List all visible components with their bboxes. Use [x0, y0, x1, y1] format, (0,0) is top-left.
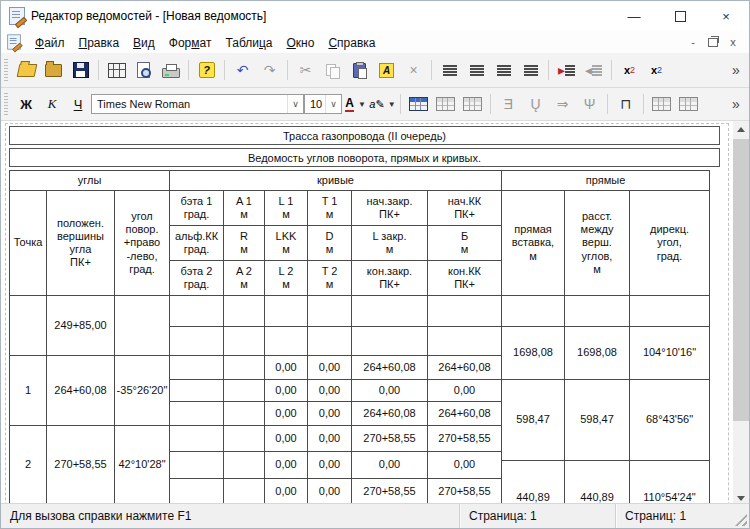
column-header[interactable]: кон.КК ПК+ [428, 261, 501, 295]
cell-curve[interactable]: 270+58,55 [428, 479, 501, 504]
cell-curve[interactable] [224, 356, 264, 379]
cell-curve[interactable] [308, 296, 351, 326]
cell-curve[interactable]: 0,00 [428, 380, 501, 401]
column-header[interactable]: угол повор. +право -лево, град. [115, 191, 169, 295]
cell-vertex[interactable]: 270+58,55 [47, 426, 114, 504]
vertical-scrollbar[interactable] [733, 121, 749, 506]
cell-straight-empty[interactable] [630, 296, 709, 326]
undo-button[interactable]: ↶ [229, 58, 256, 82]
close-button[interactable]: × [703, 1, 749, 31]
cell-straight-empty[interactable] [565, 296, 629, 326]
column-header[interactable]: Б м [428, 226, 501, 260]
document-icon[interactable] [7, 34, 21, 49]
outdent-button[interactable]: ◂ [580, 58, 607, 82]
maximize-button[interactable] [657, 1, 703, 31]
cell-curve[interactable] [170, 327, 223, 355]
column-header[interactable]: нач.закр. ПК+ [352, 191, 427, 225]
insert-table-button[interactable] [405, 92, 432, 116]
merge-cells-button[interactable]: Ǝ [495, 92, 522, 116]
column-header[interactable]: дирекц. угол, град. [630, 191, 709, 295]
paste-button[interactable] [346, 58, 373, 82]
cell-straight[interactable]: 440,89 [565, 461, 629, 506]
cell-curve[interactable] [265, 296, 307, 326]
column-header[interactable]: альф.КК град. [170, 226, 223, 260]
toolbar1-more-button[interactable]: » [727, 58, 745, 82]
cell-curve[interactable]: 0,00 [308, 356, 351, 379]
cell-curve[interactable]: 0,00 [265, 380, 307, 401]
column-header[interactable]: кон.закр. ПК+ [352, 261, 427, 295]
size-select-arrow-icon[interactable]: ∨ [325, 95, 341, 113]
document-area[interactable]: Трасса газопровода (II очередь) Ведомост… [1, 121, 735, 506]
cell-vertex[interactable]: 264+60,08 [47, 356, 114, 425]
cell-straight[interactable]: 1698,08 [565, 327, 629, 379]
toolbar2-more-button[interactable]: » [727, 92, 745, 116]
cell-curve[interactable] [170, 356, 223, 379]
align-left-button[interactable] [436, 58, 463, 82]
cell-curve[interactable] [352, 296, 427, 326]
cell-curve[interactable]: 0,00 [352, 380, 427, 401]
table-grid-button[interactable] [459, 92, 486, 116]
save-button[interactable] [67, 58, 94, 82]
cell-point[interactable]: 1 [10, 356, 46, 425]
cell-curve[interactable] [224, 327, 264, 355]
menu-item-1[interactable]: Файл [28, 34, 72, 52]
bold-button[interactable]: Ж [13, 93, 39, 115]
column-header[interactable]: прямая вставка, м [502, 191, 564, 295]
cell-curve[interactable]: 0,00 [428, 452, 501, 478]
delete-button[interactable]: × [400, 58, 427, 82]
scroll-up-button[interactable] [733, 121, 749, 137]
cell-curve[interactable]: 264+60,08 [428, 356, 501, 379]
menu-item-7[interactable]: Справка [321, 34, 382, 52]
cut-button[interactable]: ✂ [292, 58, 319, 82]
menu-item-2[interactable]: Правка [72, 34, 127, 52]
toolbar-grip[interactable] [4, 59, 8, 81]
menu-item-3[interactable]: Вид [126, 34, 162, 52]
cell-straight[interactable]: 598,47 [565, 380, 629, 460]
merge-right-button[interactable]: ⇒ [549, 92, 576, 116]
cell-curve[interactable] [224, 479, 264, 504]
cell-straight[interactable]: 1698,08 [502, 327, 564, 379]
table-header-button[interactable] [432, 92, 459, 116]
cell-curve[interactable]: 264+60,08 [352, 356, 427, 379]
open-button[interactable] [13, 58, 40, 82]
scrollbar-thumb[interactable] [733, 139, 749, 421]
menu-item-4[interactable]: Формат [162, 34, 219, 52]
size-select[interactable]: 10∨ [304, 94, 342, 114]
insert-column-button[interactable] [675, 92, 702, 116]
cell-curve[interactable] [265, 327, 307, 355]
cell-curve[interactable]: 0,00 [265, 402, 307, 425]
insert-row-button[interactable] [648, 92, 675, 116]
cell-curve[interactable]: 0,00 [265, 479, 307, 504]
cell-angle[interactable]: 42°10'28" [115, 426, 169, 504]
pen-color-button[interactable]: a✎▼ [369, 92, 396, 116]
column-header[interactable]: положен. вершины угла ПК+ [47, 191, 114, 295]
copy-button[interactable] [319, 58, 346, 82]
toolbar-grip[interactable] [4, 93, 8, 115]
cell-curve[interactable]: 0,00 [265, 452, 307, 478]
underline-button[interactable]: Ч [65, 93, 91, 115]
column-header[interactable]: T 2 м [308, 261, 351, 295]
cell-curve[interactable]: 0,00 [308, 452, 351, 478]
italic-button[interactable]: К [39, 93, 65, 115]
cell-curve[interactable]: 264+60,08 [352, 402, 427, 425]
sheet-title-1[interactable]: Трасса газопровода (II очередь) [9, 126, 720, 145]
cell-curve[interactable] [428, 296, 501, 326]
cell-straight[interactable]: 598,47 [502, 380, 564, 460]
cell-straight[interactable]: 110°54'24" [630, 461, 709, 506]
redo-button[interactable]: ↷ [256, 58, 283, 82]
cell-straight[interactable]: 68°43'56" [630, 380, 709, 460]
help-button[interactable]: ? [193, 58, 220, 82]
column-header[interactable]: Точка [10, 191, 46, 295]
cell-point[interactable] [10, 296, 46, 355]
column-header[interactable]: LKK м [265, 226, 307, 260]
group-header-curves[interactable]: кривые [170, 171, 501, 190]
mdi-minimize-button[interactable]: - [687, 36, 699, 48]
column-header[interactable]: бэта 2 град. [170, 261, 223, 295]
menu-item-6[interactable]: Окно [280, 34, 322, 52]
minimize-button[interactable]: — [611, 1, 657, 31]
print-button[interactable] [157, 58, 184, 82]
cell-curve[interactable] [308, 327, 351, 355]
row-height-button[interactable]: ⊓ [612, 92, 639, 116]
split-cells-button[interactable]: Ų [522, 92, 549, 116]
cell-angle[interactable]: -35°26'20" [115, 356, 169, 425]
